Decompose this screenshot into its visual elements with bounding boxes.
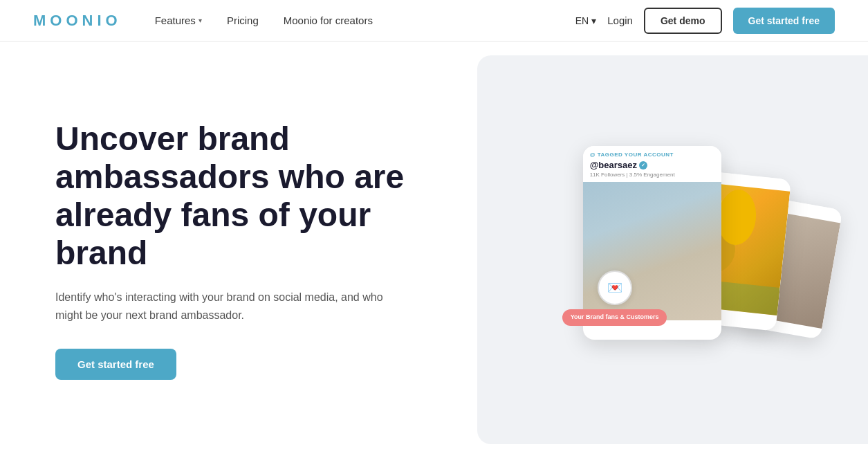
nav-features[interactable]: Features ▾ xyxy=(155,15,202,26)
creators-label: Moonio for creators xyxy=(284,15,373,26)
language-selector[interactable]: EN ▾ xyxy=(575,15,596,26)
login-link[interactable]: Login xyxy=(607,15,633,26)
nav-pricing[interactable]: Pricing xyxy=(227,15,259,26)
card-header: @ TAGGED YOUR ACCOUNT @bearsaez ✓ 11K Fo… xyxy=(583,146,721,182)
hero-title: Uncover brand ambassadors who are alread… xyxy=(55,120,436,273)
cards-visual: @ TAGGED YOUR ACCOUNT @bearsaez ✓ 11K Fo… xyxy=(542,118,804,381)
get-demo-button[interactable]: Get demo xyxy=(644,8,722,34)
username: @bearsaez ✓ xyxy=(590,160,714,170)
hero-visual: @ TAGGED YOUR ACCOUNT @bearsaez ✓ 11K Fo… xyxy=(477,55,868,444)
logo[interactable]: MOONIO xyxy=(33,12,122,30)
navbar: MOONIO Features ▾ Pricing Moonio for cre… xyxy=(0,0,868,42)
nav-right: EN ▾ Login Get demo Get started free xyxy=(575,8,835,34)
hero-section: Uncover brand ambassadors who are alread… xyxy=(0,42,868,458)
nav-links: Features ▾ Pricing Moonio for creators xyxy=(155,15,575,26)
pricing-label: Pricing xyxy=(227,15,259,26)
get-started-hero-button[interactable]: Get started free xyxy=(55,349,176,380)
tagged-label: @ TAGGED YOUR ACCOUNT xyxy=(590,152,714,158)
nav-creators[interactable]: Moonio for creators xyxy=(284,15,373,26)
lang-label: EN xyxy=(575,15,589,26)
target-bubble: 💌 Your Brand fans & Customers xyxy=(562,271,667,326)
card-stats: 11K Followers | 3.5% Engagement xyxy=(590,172,714,178)
chat-heart-icon: 💌 xyxy=(598,271,632,305)
lang-chevron-icon: ▾ xyxy=(591,15,596,26)
hero-content: Uncover brand ambassadors who are alread… xyxy=(0,42,477,458)
hero-subtitle: Identify who's interacting with your bra… xyxy=(55,288,401,324)
verified-icon: ✓ xyxy=(639,161,647,170)
get-started-nav-button[interactable]: Get started free xyxy=(733,8,835,34)
features-label: Features xyxy=(155,15,196,26)
chevron-down-icon: ▾ xyxy=(198,17,202,24)
brand-fans-badge: Your Brand fans & Customers xyxy=(562,309,667,326)
